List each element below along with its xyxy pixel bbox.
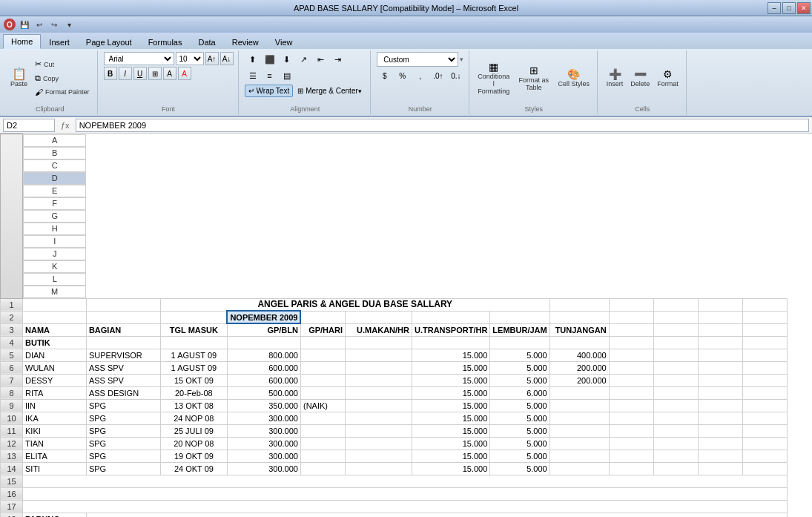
- cell-j13[interactable]: [609, 450, 653, 462]
- cell-e9[interactable]: (NAIK): [300, 399, 345, 412]
- cell-l4[interactable]: [698, 336, 742, 349]
- cell-g14[interactable]: 15.000: [412, 462, 489, 475]
- cell-f11[interactable]: [345, 424, 412, 437]
- cell-k9[interactable]: [653, 399, 698, 412]
- percent-button[interactable]: %: [395, 68, 411, 83]
- cell-c4[interactable]: [160, 336, 227, 349]
- cell-m1[interactable]: [742, 298, 787, 311]
- col-header-e[interactable]: E: [23, 185, 86, 197]
- cell-g11[interactable]: 15.000: [412, 424, 489, 437]
- cell-d7[interactable]: 600.000: [227, 374, 300, 386]
- col-header-m[interactable]: M: [23, 286, 86, 298]
- cell-k4[interactable]: [653, 336, 698, 349]
- cell-j5[interactable]: [609, 349, 653, 361]
- row-num-10[interactable]: 10: [1, 412, 23, 424]
- cell-18-rest[interactable]: [86, 513, 787, 517]
- cell-j14[interactable]: [609, 462, 653, 475]
- cell-l5[interactable]: [698, 349, 742, 361]
- formula-input[interactable]: [76, 119, 809, 132]
- format-painter-button[interactable]: 🖌 Format Painter: [32, 86, 93, 98]
- cell-i10[interactable]: [549, 412, 609, 424]
- cell-a9[interactable]: IIN: [23, 399, 87, 412]
- cell-h6[interactable]: 5.000: [490, 361, 549, 374]
- align-middle-button[interactable]: ⬛: [262, 52, 278, 67]
- cell-h4[interactable]: [490, 336, 549, 349]
- format-as-table-button[interactable]: ⊞ Format as Table: [515, 53, 552, 103]
- cell-j6[interactable]: [609, 361, 653, 374]
- cell-f14[interactable]: [345, 462, 412, 475]
- cell-17[interactable]: [23, 500, 788, 513]
- cell-j2[interactable]: [609, 311, 653, 323]
- cell-h3[interactable]: LEMBUR/JAM: [490, 323, 549, 336]
- maximize-button[interactable]: □: [782, 2, 796, 14]
- minimize-button[interactable]: –: [768, 2, 781, 14]
- cell-a1[interactable]: [23, 298, 87, 311]
- cell-j1[interactable]: [609, 298, 653, 311]
- cell-m7[interactable]: [742, 374, 787, 386]
- cell-h14[interactable]: 5.000: [490, 462, 549, 475]
- cell-e6[interactable]: [300, 361, 345, 374]
- row-num-2[interactable]: 2: [1, 311, 23, 323]
- cell-b8[interactable]: ASS DESIGN: [86, 386, 160, 399]
- cell-b14[interactable]: SPG: [86, 462, 160, 475]
- cell-c6[interactable]: 1 AGUST 09: [160, 361, 227, 374]
- col-header-b[interactable]: B: [23, 147, 86, 159]
- row-num-4[interactable]: 4: [1, 336, 23, 349]
- cell-g10[interactable]: 15.000: [412, 412, 489, 424]
- cell-e3[interactable]: GP/HARI: [300, 323, 345, 336]
- col-header-i[interactable]: I: [23, 235, 86, 248]
- col-header-f[interactable]: F: [23, 197, 86, 210]
- cell-d14[interactable]: 300.000: [227, 462, 300, 475]
- cell-g3[interactable]: U.TRANSPORT/HR: [412, 323, 489, 336]
- cell-d13[interactable]: 300.000: [227, 450, 300, 462]
- cell-e4[interactable]: [300, 336, 345, 349]
- cell-f12[interactable]: [345, 437, 412, 450]
- cell-b4[interactable]: [86, 336, 160, 349]
- cell-i8[interactable]: [549, 386, 609, 399]
- cell-m2[interactable]: [742, 311, 787, 323]
- row-num-1[interactable]: 1: [1, 298, 23, 311]
- cell-f5[interactable]: [345, 349, 412, 361]
- cell-k2[interactable]: [653, 311, 698, 323]
- cell-k10[interactable]: [653, 412, 698, 424]
- decrease-font-button[interactable]: A↓: [220, 52, 234, 65]
- cell-d9[interactable]: 350.000: [227, 399, 300, 412]
- cell-b9[interactable]: SPG: [86, 399, 160, 412]
- row-num-13[interactable]: 13: [1, 450, 23, 462]
- cell-b7[interactable]: ASS SPV: [86, 374, 160, 386]
- cell-c11[interactable]: 25 JULI 09: [160, 424, 227, 437]
- cell-b12[interactable]: SPG: [86, 437, 160, 450]
- increase-font-button[interactable]: A↑: [205, 52, 219, 65]
- redo-button-qa[interactable]: ↪: [47, 18, 61, 31]
- fill-color-button[interactable]: A: [163, 67, 176, 80]
- cell-i4[interactable]: [549, 336, 609, 349]
- cell-f3[interactable]: U.MAKAN/HR: [345, 323, 412, 336]
- decrease-decimal-button[interactable]: 0.↓: [448, 68, 464, 83]
- cell-a2[interactable]: [23, 311, 87, 323]
- cell-a4[interactable]: BUTIK: [23, 336, 87, 349]
- cell-l7[interactable]: [698, 374, 742, 386]
- cell-a5[interactable]: DIAN: [23, 349, 87, 361]
- cell-a3[interactable]: NAMA: [23, 323, 87, 336]
- cell-j3[interactable]: [609, 323, 653, 336]
- row-num-9[interactable]: 9: [1, 399, 23, 412]
- cell-j8[interactable]: [609, 386, 653, 399]
- indent-right-button[interactable]: ⇥: [330, 52, 346, 67]
- cell-c5[interactable]: 1 AGUST 09: [160, 349, 227, 361]
- cell-j4[interactable]: [609, 336, 653, 349]
- cell-l2[interactable]: [698, 311, 742, 323]
- cell-g5[interactable]: 15.000: [412, 349, 489, 361]
- cell-c10[interactable]: 24 NOP 08: [160, 412, 227, 424]
- col-header-j[interactable]: J: [23, 248, 86, 260]
- tab-home[interactable]: Home: [3, 34, 41, 49]
- cell-e12[interactable]: [300, 437, 345, 450]
- font-face-select[interactable]: Arial: [104, 52, 174, 65]
- cell-h2[interactable]: [490, 311, 549, 323]
- align-left-button[interactable]: ☰: [245, 68, 261, 83]
- cell-d12[interactable]: 300.000: [227, 437, 300, 450]
- align-top-button[interactable]: ⬆: [245, 52, 261, 67]
- cell-d10[interactable]: 300.000: [227, 412, 300, 424]
- copy-button[interactable]: ⧉ Copy: [32, 72, 93, 85]
- cell-m10[interactable]: [742, 412, 787, 424]
- cell-a12[interactable]: TIAN: [23, 437, 87, 450]
